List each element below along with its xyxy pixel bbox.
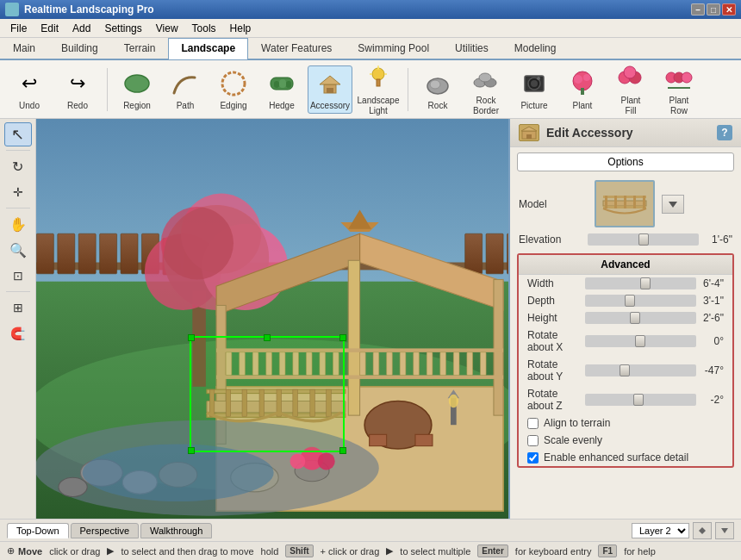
menu-help[interactable]: Help: [223, 21, 258, 36]
tool-plant[interactable]: Plant: [560, 65, 605, 114]
view-tab-perspective[interactable]: Perspective: [71, 523, 139, 538]
svg-marker-7: [320, 76, 340, 84]
svg-rect-86: [467, 352, 473, 376]
tab-terrain[interactable]: Terrain: [111, 38, 169, 59]
tab-utilities[interactable]: Utilities: [442, 38, 501, 59]
enhanced-surface-label[interactable]: Enable enhanced surface detail: [544, 451, 688, 464]
tab-water-features[interactable]: Water Features: [248, 38, 345, 59]
tool-select[interactable]: ↖: [4, 122, 32, 146]
menu-settings[interactable]: Settings: [97, 21, 148, 36]
tool-move-side[interactable]: ✛: [4, 180, 32, 204]
tool-edging[interactable]: Edging: [211, 65, 256, 114]
svg-rect-119: [529, 134, 532, 139]
handle-tc[interactable]: [264, 334, 271, 341]
tool-plant-label: Plant: [573, 101, 593, 111]
status-shift-key: Shift: [285, 544, 313, 557]
tool-redo[interactable]: ↪ Redo: [55, 65, 100, 114]
scale-evenly-checkbox[interactable]: [527, 435, 539, 446]
height-slider[interactable]: [585, 312, 696, 324]
tool-accessory[interactable]: Accessory: [308, 65, 352, 114]
status-cursor-icon2: ▶: [386, 545, 393, 557]
view-tab-topdown[interactable]: Top-Down: [7, 523, 69, 538]
scale-evenly-label[interactable]: Scale evenly: [544, 434, 602, 446]
tool-picture[interactable]: Picture: [512, 65, 557, 114]
menu-add[interactable]: Add: [65, 21, 97, 36]
scale-evenly-row: Scale evenly: [519, 432, 732, 449]
menu-tools[interactable]: Tools: [185, 21, 223, 36]
tool-separator-1: [107, 68, 108, 111]
menu-view[interactable]: View: [149, 21, 185, 36]
layer-btn-2[interactable]: [715, 522, 734, 539]
svg-point-1: [222, 72, 245, 95]
width-slider[interactable]: [585, 277, 696, 289]
help-button[interactable]: ?: [717, 125, 732, 140]
height-value: 2'-6": [701, 312, 724, 324]
status-f1-key: F1: [598, 544, 617, 557]
status-click-drag: click or drag: [49, 546, 100, 557]
tool-landscape-light[interactable]: LandscapeLight: [356, 60, 401, 119]
move-icon: ✛: [13, 185, 23, 199]
tool-plant-row-label: PlantRow: [669, 96, 689, 116]
align-terrain-checkbox[interactable]: [527, 418, 539, 429]
minimize-button[interactable]: –: [691, 3, 705, 16]
maximize-button[interactable]: □: [707, 3, 720, 16]
width-row: Width 6'-4": [519, 275, 732, 292]
tool-path[interactable]: Path: [163, 65, 208, 114]
elevation-row: Elevation 1'-6": [510, 231, 741, 248]
view-tab-walkthrough[interactable]: Walkthrough: [140, 523, 212, 538]
tool-plant-fill[interactable]: PlantFill: [608, 60, 653, 119]
handle-bl[interactable]: [188, 447, 195, 454]
tab-main[interactable]: Main: [0, 38, 48, 59]
tab-building[interactable]: Building: [48, 38, 111, 59]
tool-rock-border[interactable]: RockBorder: [464, 60, 508, 119]
layer-btn-1[interactable]: [693, 522, 712, 539]
tab-landscape[interactable]: Landscape: [168, 38, 248, 59]
tool-rock[interactable]: Rock: [415, 65, 460, 114]
accessory-icon: [314, 68, 346, 99]
rotate-x-row: Rotate about X 0°: [519, 327, 732, 356]
tool-separator-2: [408, 68, 408, 111]
rotate-y-slider[interactable]: [585, 364, 696, 376]
enhanced-surface-row: Enable enhanced surface detail: [519, 449, 732, 466]
menu-edit[interactable]: Edit: [34, 21, 65, 36]
tool-region[interactable]: Region: [115, 65, 159, 114]
region-icon: [121, 68, 153, 99]
handle-br[interactable]: [339, 447, 346, 454]
tool-plant-row[interactable]: PlantRow: [657, 60, 701, 119]
svg-point-93: [449, 395, 458, 408]
elevation-slider[interactable]: [588, 233, 699, 246]
tool-snap[interactable]: 🧲: [4, 321, 32, 345]
tab-swimming-pool[interactable]: Swimming Pool: [345, 38, 442, 59]
options-tab[interactable]: Options: [517, 152, 734, 171]
close-button[interactable]: ✕: [722, 3, 736, 16]
enhanced-surface-checkbox[interactable]: [527, 452, 539, 464]
rotate-z-slider[interactable]: [585, 394, 696, 406]
rotate-y-row: Rotate about Y -47°: [519, 356, 732, 385]
tool-pan[interactable]: ✋: [4, 212, 32, 236]
model-dropdown[interactable]: [662, 195, 684, 214]
tool-hedge[interactable]: Hedge: [259, 65, 304, 114]
menu-file[interactable]: File: [3, 21, 34, 36]
tool-rock-border-label: RockBorder: [473, 96, 499, 116]
tool-undo[interactable]: ↩ Undo: [7, 65, 52, 114]
svg-point-101: [83, 444, 274, 501]
svg-rect-124: [605, 196, 607, 208]
layer-dropdown[interactable]: Layer 1 Layer 2 Layer 3: [632, 523, 689, 538]
viewport[interactable]: [36, 119, 508, 519]
svg-point-20: [479, 73, 491, 82]
tool-rotate-side[interactable]: ↻: [4, 154, 32, 178]
rotate-x-slider[interactable]: [585, 335, 696, 347]
svg-rect-28: [581, 88, 584, 95]
tool-grid[interactable]: ⊞: [4, 296, 32, 320]
rotate-z-label: Rotate about Z: [527, 388, 580, 412]
tool-accessory-label: Accessory: [310, 101, 350, 111]
svg-rect-41: [36, 233, 53, 274]
align-terrain-label[interactable]: Align to terrain: [544, 417, 610, 429]
handle-tr[interactable]: [339, 334, 346, 341]
tool-zoom-side[interactable]: 🔍: [4, 238, 32, 262]
handle-tl[interactable]: [188, 334, 195, 341]
tool-frame[interactable]: ⊡: [4, 264, 32, 288]
depth-slider[interactable]: [585, 295, 696, 307]
status-to-select: to select and then drag to move: [121, 546, 253, 557]
tab-modeling[interactable]: Modeling: [501, 38, 570, 59]
